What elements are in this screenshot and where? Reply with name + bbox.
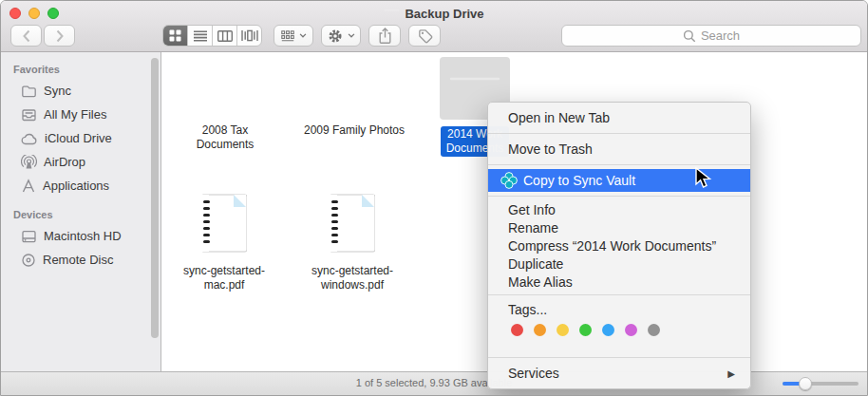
cloud-icon bbox=[21, 132, 38, 145]
pdf-caption-text: Getting Started bbox=[213, 242, 242, 247]
forward-button[interactable] bbox=[44, 25, 75, 47]
sidebar-item-label: All My Files bbox=[44, 107, 106, 122]
airdrop-icon bbox=[21, 155, 37, 170]
file-tile-2008-tax-documents[interactable]: 2008 Tax Documents bbox=[163, 64, 287, 152]
menu-item-label: Copy to Sync Vault bbox=[523, 173, 635, 188]
sidebar-item-macintosh-hd[interactable]: Macintosh HD bbox=[1, 224, 160, 248]
documents-stack-icon bbox=[21, 107, 37, 123]
cover-flow-icon bbox=[241, 29, 258, 42]
file-tile-sync-getstarted-mac[interactable]: sync.com Getting Started sync-getstarted… bbox=[162, 194, 286, 292]
finder-window: Backup Drive bbox=[0, 0, 868, 396]
tag-red[interactable] bbox=[511, 324, 523, 336]
file-tile-sync-getstarted-windows[interactable]: sync.com Getting Started sync-getstarted… bbox=[291, 194, 414, 292]
menu-item-label: Compress “2014 Work Documents” bbox=[508, 238, 716, 254]
file-name: 2009 Family Photos bbox=[304, 123, 405, 137]
menu-separator bbox=[488, 357, 750, 358]
grid-view-icon bbox=[169, 29, 181, 42]
sync-vault-icon bbox=[500, 172, 518, 189]
column-view-icon bbox=[217, 30, 233, 42]
pdf-brand-text: sync.com bbox=[342, 228, 368, 234]
menu-item-compress[interactable]: Compress “2014 Work Documents” bbox=[488, 236, 750, 255]
menu-separator bbox=[488, 294, 750, 295]
tag-orange[interactable] bbox=[534, 324, 546, 336]
sidebar-item-label: Sync bbox=[44, 84, 71, 98]
menu-item-label: Open in New Tab bbox=[508, 110, 610, 125]
slider-knob[interactable] bbox=[799, 377, 812, 390]
menu-item-label: Make Alias bbox=[508, 274, 573, 290]
tag-blue[interactable] bbox=[602, 324, 614, 336]
sidebar-item-sync[interactable]: Sync bbox=[1, 79, 160, 103]
menu-item-label: Duplicate bbox=[508, 256, 563, 272]
sidebar-item-all-my-files[interactable]: All My Files bbox=[1, 103, 160, 126]
chevron-down-icon bbox=[348, 33, 355, 38]
chevron-down-icon bbox=[299, 33, 307, 38]
back-button[interactable] bbox=[10, 25, 42, 47]
applications-icon bbox=[21, 179, 36, 194]
icon-view-button[interactable] bbox=[163, 26, 188, 46]
chevron-right-icon bbox=[55, 29, 65, 43]
menu-separator bbox=[488, 196, 750, 197]
sidebar-scrollbar[interactable] bbox=[151, 58, 159, 338]
tag-yellow[interactable] bbox=[557, 324, 569, 336]
menu-item-rename[interactable]: Rename bbox=[488, 218, 750, 236]
tags-button[interactable] bbox=[408, 25, 441, 47]
sidebar-section-devices: Devices bbox=[1, 198, 160, 224]
pdf-brand-text: sync.com bbox=[214, 228, 240, 234]
sidebar-item-label: AirDrop bbox=[44, 155, 85, 169]
window-title-area: Backup Drive bbox=[1, 5, 867, 22]
icon-size-slider[interactable] bbox=[783, 382, 859, 386]
sidebar-item-label: Applications bbox=[43, 179, 109, 193]
menu-separator bbox=[488, 164, 750, 165]
sidebar-item-airdrop[interactable]: AirDrop bbox=[1, 150, 160, 174]
disc-icon bbox=[21, 253, 36, 268]
menu-item-get-info[interactable]: Get Info bbox=[488, 200, 750, 218]
search-placeholder: Search bbox=[701, 28, 740, 43]
column-view-button[interactable] bbox=[213, 26, 237, 46]
mouse-cursor bbox=[695, 167, 714, 189]
pdf-file-icon: sync.com Getting Started bbox=[201, 194, 247, 253]
menu-item-tags[interactable]: Tags... bbox=[488, 299, 750, 320]
file-tile-2009-family-photos[interactable]: 2009 Family Photos bbox=[292, 64, 416, 138]
tag-purple[interactable] bbox=[625, 324, 637, 336]
folder-icon bbox=[327, 64, 382, 108]
pdf-caption-text: Getting Started bbox=[341, 242, 370, 247]
arrange-icon bbox=[281, 30, 294, 42]
list-view-icon bbox=[194, 30, 207, 42]
menu-item-label: Get Info bbox=[508, 202, 556, 217]
arrange-button[interactable] bbox=[274, 25, 313, 47]
chevron-left-icon bbox=[22, 29, 31, 43]
tag-green[interactable] bbox=[579, 324, 592, 336]
share-icon bbox=[378, 28, 392, 44]
file-name: sync-getstarted-mac.pdf bbox=[168, 264, 280, 292]
title-bar: Backup Drive bbox=[1, 1, 867, 52]
sidebar: Favorites Sync All My Files iCloud Drive… bbox=[1, 52, 161, 371]
cover-flow-view-button[interactable] bbox=[237, 26, 261, 46]
context-menu: Open in New Tab Move to Trash Copy to Sy… bbox=[487, 102, 751, 389]
menu-item-services[interactable]: Services ▶ bbox=[488, 362, 750, 385]
share-button[interactable] bbox=[368, 25, 401, 47]
menu-item-make-alias[interactable]: Make Alias bbox=[488, 273, 750, 291]
sidebar-item-applications[interactable]: Applications bbox=[1, 174, 160, 198]
sidebar-item-remote-disc[interactable]: Remote Disc bbox=[1, 248, 160, 272]
menu-item-move-to-trash[interactable]: Move to Trash bbox=[488, 138, 750, 160]
sidebar-item-icloud-drive[interactable]: iCloud Drive bbox=[1, 126, 160, 150]
menu-item-duplicate[interactable]: Duplicate bbox=[488, 255, 750, 273]
action-menu-button[interactable] bbox=[321, 25, 361, 47]
window-title: Backup Drive bbox=[405, 7, 483, 21]
menu-item-label: Services bbox=[508, 366, 559, 381]
sidebar-item-label: Remote Disc bbox=[43, 253, 113, 267]
file-name: 2008 Tax Documents bbox=[188, 123, 262, 152]
pdf-file-icon: sync.com Getting Started bbox=[330, 194, 375, 253]
sidebar-item-label: iCloud Drive bbox=[45, 131, 112, 145]
sidebar-item-label: Macintosh HD bbox=[44, 229, 122, 243]
list-view-button[interactable] bbox=[188, 26, 213, 46]
tag-icon bbox=[417, 28, 433, 44]
toolbar: Search bbox=[1, 25, 867, 47]
search-input[interactable]: Search bbox=[561, 25, 861, 47]
folder-icon bbox=[198, 64, 253, 108]
menu-item-label: Tags... bbox=[508, 302, 547, 317]
menu-separator bbox=[488, 133, 750, 134]
tag-gray[interactable] bbox=[648, 324, 660, 336]
menu-item-label: Move to Trash bbox=[508, 141, 593, 157]
menu-item-open-in-new-tab[interactable]: Open in New Tab bbox=[488, 106, 750, 129]
